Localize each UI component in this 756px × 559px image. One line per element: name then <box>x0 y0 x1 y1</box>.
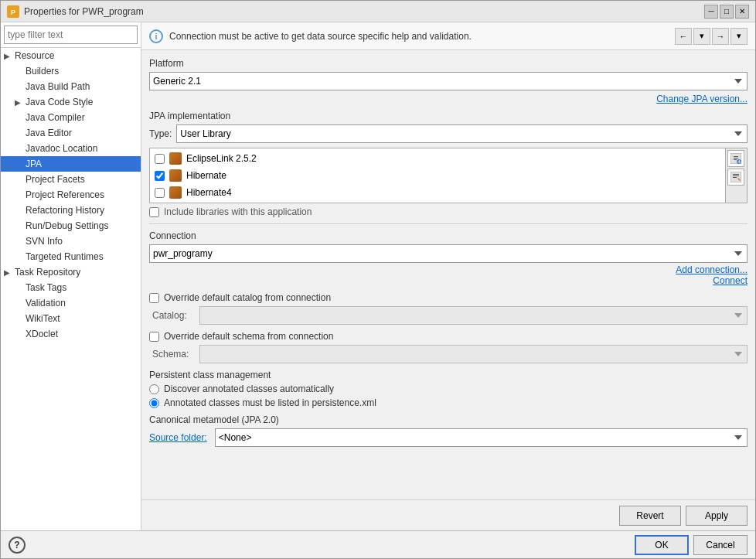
connection-select[interactable]: pwr_programy <box>149 244 747 263</box>
forward-button[interactable]: → <box>712 28 729 45</box>
filter-box <box>1 22 141 48</box>
back-button[interactable]: ← <box>675 28 692 45</box>
sidebar-item-label: Targeted Runtimes <box>26 251 138 262</box>
override-catalog-row: Override default catalog from connection <box>149 292 747 303</box>
sidebar-item-label: JPA <box>26 158 138 169</box>
svg-text:+: + <box>737 158 741 164</box>
list-item: Hibernate <box>152 167 724 184</box>
toolbar-icons: ← ▾ → ▾ <box>675 28 747 45</box>
forward-dropdown-button[interactable]: ▾ <box>730 28 747 45</box>
type-row: Type: User Library Disable Library Confi… <box>149 124 747 143</box>
sidebar-item-task-tags[interactable]: Task Tags <box>1 280 141 295</box>
help-button[interactable]: ? <box>9 537 26 554</box>
expand-arrow: ▶ <box>4 52 15 60</box>
revert-button[interactable]: Revert <box>619 506 681 526</box>
main-content: ▶ Resource Builders Java Build Path ▶ Ja… <box>1 22 755 530</box>
persistent-label: Persistent class management <box>149 370 747 380</box>
sidebar-item-label: Javadoc Location <box>26 143 138 154</box>
eclipselink-checkbox[interactable] <box>155 154 165 164</box>
sidebar-item-label: Java Editor <box>26 128 138 138</box>
annotated-radio[interactable] <box>149 398 159 408</box>
discover-radio[interactable] <box>149 384 159 394</box>
sidebar-item-label: WikiText <box>26 313 138 324</box>
sidebar-item-builders[interactable]: Builders <box>1 63 141 79</box>
close-button[interactable]: ✕ <box>735 5 749 19</box>
sidebar-item-targeted-runtimes[interactable]: Targeted Runtimes <box>1 249 141 264</box>
sidebar-item-java-compiler[interactable]: Java Compiler <box>1 110 141 125</box>
discover-radio-row: Discover annotated classes automatically <box>149 383 747 394</box>
sidebar-item-run-debug-settings[interactable]: Run/Debug Settings <box>1 218 141 233</box>
eclipselink-icon <box>169 152 182 165</box>
hibernate4-checkbox[interactable] <box>155 188 165 198</box>
back-dropdown-button[interactable]: ▾ <box>693 28 710 45</box>
sidebar-item-java-editor[interactable]: Java Editor <box>1 125 141 141</box>
include-libraries-row: Include libraries with this application <box>149 206 747 217</box>
override-schema-row: Override default schema from connection <box>149 331 747 342</box>
connect-link[interactable]: Connect <box>149 275 747 286</box>
sidebar-item-jpa[interactable]: JPA <box>1 156 141 172</box>
annotated-label: Annotated classes must be listed in pers… <box>164 397 376 408</box>
add-connection-link[interactable]: Add connection... <box>149 264 747 275</box>
override-catalog-checkbox[interactable] <box>149 293 159 303</box>
change-jpa-link[interactable]: Change JPA version... <box>149 94 747 104</box>
catalog-field-row: Catalog: <box>149 306 747 325</box>
type-select[interactable]: User Library Disable Library Configurati… <box>176 124 747 143</box>
configure-library-button[interactable] <box>727 169 744 186</box>
jpa-content: Platform Generic 2.1 Change JPA version.… <box>141 50 755 499</box>
connection-section: Connection pwr_programy Add connection..… <box>149 230 747 286</box>
maximize-button[interactable]: □ <box>720 5 734 19</box>
canonical-section: Canonical metamodel (JPA 2.0) Source fol… <box>149 414 747 447</box>
override-catalog-label: Override default catalog from connection <box>164 292 331 303</box>
sidebar-item-wikitext[interactable]: WikiText <box>1 311 141 326</box>
libraries-side-buttons: + <box>725 148 747 203</box>
sidebar-item-label: Builders <box>26 66 138 77</box>
sidebar-item-label: Java Code Style <box>26 97 138 107</box>
sidebar-item-svn-info[interactable]: SVN Info <box>1 233 141 249</box>
sidebar-item-java-code-style[interactable]: ▶ Java Code Style <box>1 94 141 110</box>
lib-label: Hibernate <box>186 170 226 181</box>
hibernate-checkbox[interactable] <box>155 171 165 181</box>
ok-button[interactable]: OK <box>635 535 689 555</box>
minimize-button[interactable]: ─ <box>704 5 718 19</box>
add-library-button[interactable]: + <box>727 150 744 167</box>
source-folder-link[interactable]: Source folder: <box>149 432 207 443</box>
sidebar-item-label: Refactoring History <box>26 205 138 216</box>
list-item: EclipseLink 2.5.2 <box>152 150 724 167</box>
info-bar: i Connection must be active to get data … <box>141 22 755 50</box>
schema-field-row: Schema: <box>149 345 747 363</box>
sidebar-item-java-build-path[interactable]: Java Build Path <box>1 79 141 94</box>
sidebar-item-javadoc-location[interactable]: Javadoc Location <box>1 141 141 156</box>
window-title: Properties for PWR_program <box>24 6 144 17</box>
tree-container: ▶ Resource Builders Java Build Path ▶ Ja… <box>1 48 141 530</box>
sidebar-item-validation[interactable]: Validation <box>1 295 141 311</box>
libraries-box: EclipseLink 2.5.2 Hibernate <box>149 148 747 203</box>
sidebar-item-task-repository[interactable]: ▶ Task Repository <box>1 264 141 280</box>
sidebar-item-refactoring-history[interactable]: Refactoring History <box>1 203 141 218</box>
impl-label: JPA implementation <box>149 111 747 121</box>
info-text: Connection must be active to get data so… <box>169 31 669 42</box>
include-libraries-checkbox[interactable] <box>149 207 159 217</box>
sidebar-item-xdoclet[interactable]: XDoclet <box>1 326 141 342</box>
expand-arrow: ▶ <box>4 268 15 277</box>
sidebar-item-project-facets[interactable]: Project Facets <box>1 172 141 187</box>
platform-select[interactable]: Generic 2.1 <box>149 72 747 90</box>
schema-label: Schema: <box>152 349 195 360</box>
list-item: Hibernate4 <box>152 184 724 201</box>
apply-button[interactable]: Apply <box>686 506 747 526</box>
catalog-select <box>199 306 747 325</box>
libraries-list: EclipseLink 2.5.2 Hibernate <box>150 148 725 203</box>
source-folder-select[interactable]: <None> <box>215 428 747 447</box>
separator-1 <box>149 223 747 224</box>
sidebar-item-resource[interactable]: ▶ Resource <box>1 48 141 63</box>
sidebar-item-label: Project References <box>26 189 138 200</box>
sidebar-item-project-references[interactable]: Project References <box>1 187 141 203</box>
sidebar-item-label: SVN Info <box>26 236 138 247</box>
catalog-label: Catalog: <box>152 310 195 321</box>
sidebar-item-label: Validation <box>26 298 138 308</box>
cancel-button[interactable]: Cancel <box>693 535 747 555</box>
hibernate4-icon <box>169 186 182 199</box>
footer-buttons: OK Cancel <box>635 535 747 555</box>
source-folder-row: Source folder: <None> <box>149 428 747 447</box>
override-schema-checkbox[interactable] <box>149 332 159 342</box>
filter-input[interactable] <box>4 26 138 44</box>
